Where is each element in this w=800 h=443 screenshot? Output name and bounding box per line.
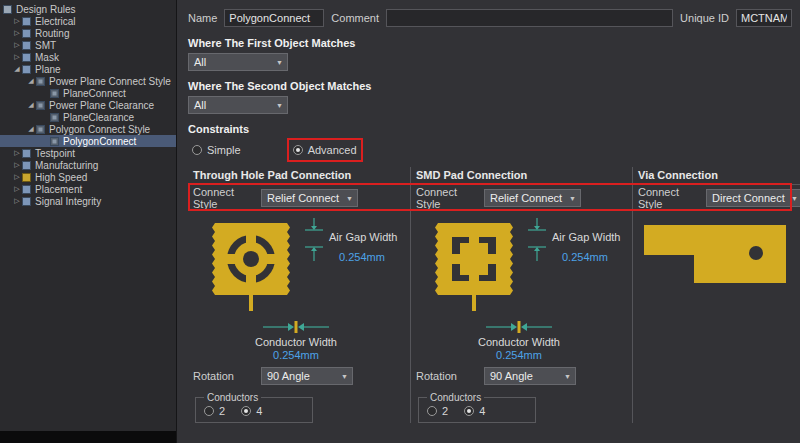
chevron-down-icon: ▼ xyxy=(276,59,283,66)
conductor-width-dimension-arrows xyxy=(484,321,554,333)
tree-item-plane[interactable]: ◢ Plane xyxy=(0,63,176,75)
constraints-mode-row: Simple Advanced xyxy=(192,142,792,158)
tree-item-power-plane-clearance[interactable]: ◢ Power Plane Clearance xyxy=(0,99,176,111)
radio-icon xyxy=(204,406,214,416)
name-input[interactable] xyxy=(224,9,324,27)
unique-id-input[interactable] xyxy=(736,9,792,27)
advanced-radio[interactable]: Advanced xyxy=(293,144,357,156)
expander-icon[interactable]: ▷ xyxy=(12,161,22,169)
rule-icon xyxy=(50,89,59,98)
rules-sidebar: Design Rules ▷ Electrical ▷ Routing ▷ SM… xyxy=(0,0,177,443)
conductors-label: Conductors xyxy=(204,392,261,403)
conductor-width-value: 0.254mm xyxy=(211,349,381,361)
tree-item-signal-integrity[interactable]: ▷ Signal Integrity xyxy=(0,195,176,207)
expander-icon[interactable]: ◢ xyxy=(26,77,36,85)
tree-item-smt[interactable]: ▷ SMT xyxy=(0,39,176,51)
expander-icon[interactable]: ▷ xyxy=(12,53,22,61)
via-section: Via Connection Connect Style Direct Conn… xyxy=(632,167,800,423)
expander-icon[interactable]: ▷ xyxy=(12,197,22,205)
tree-item-testpoint[interactable]: ▷ Testpoint xyxy=(0,147,176,159)
air-gap-width-label: Air Gap Width xyxy=(552,231,620,243)
constraints-sections: Through Hole Pad Connection Connect Styl… xyxy=(188,167,792,423)
expander-icon[interactable]: ▷ xyxy=(12,149,22,157)
tree-item-manufacturing[interactable]: ▷ Manufacturing xyxy=(0,159,176,171)
placement-icon xyxy=(22,185,31,194)
through-hole-rotation-dropdown[interactable]: 90 Angle ▼ xyxy=(261,367,353,385)
section-title: Via Connection xyxy=(638,167,800,185)
rule-editor-panel: Name Comment Unique ID Where The First O… xyxy=(178,0,800,443)
conductors-2-radio[interactable]: 2 xyxy=(204,405,225,417)
chevron-down-icon: ▼ xyxy=(341,373,348,380)
tree-item-electrical[interactable]: ▷ Electrical xyxy=(0,15,176,27)
conductor-width-value: 0.254mm xyxy=(434,349,604,361)
through-hole-conductors-group: Conductors 2 4 xyxy=(195,392,313,423)
first-object-matches-label: Where The First Object Matches xyxy=(188,37,792,49)
second-match-dropdown[interactable]: All ▼ xyxy=(188,96,288,114)
sidebar-footer xyxy=(0,431,176,443)
simple-radio[interactable]: Simple xyxy=(192,144,241,156)
rotation-label: Rotation xyxy=(416,370,484,382)
conductor-width-label: Conductor Width xyxy=(434,336,604,348)
conductors-4-radio[interactable]: 4 xyxy=(241,405,262,417)
conductors-2-radio[interactable]: 2 xyxy=(427,405,448,417)
first-match-dropdown[interactable]: All ▼ xyxy=(188,53,288,71)
tree-item-placement[interactable]: ▷ Placement xyxy=(0,183,176,195)
expander-icon[interactable]: ▷ xyxy=(12,41,22,49)
through-hole-connect-style-dropdown[interactable]: Relief Connect ▼ xyxy=(261,189,358,207)
connect-style-label: Connect Style xyxy=(416,186,484,210)
chevron-down-icon: ▼ xyxy=(276,102,283,109)
tree-item-planeclearance[interactable]: PlaneClearance xyxy=(0,111,176,123)
air-gap-dimension-arrows xyxy=(526,217,548,263)
constraints-label: Constraints xyxy=(188,123,792,135)
rule-type-icon xyxy=(36,77,45,86)
plane-icon xyxy=(22,65,31,74)
expander-icon[interactable]: ◢ xyxy=(26,101,36,109)
smd-rotation-dropdown[interactable]: 90 Angle ▼ xyxy=(484,367,576,385)
design-rules-tree: Design Rules ▷ Electrical ▷ Routing ▷ SM… xyxy=(0,0,176,207)
smd-section: SMD Pad Connection Connect Style Relief … xyxy=(410,167,632,423)
air-gap-dimension-arrows xyxy=(303,217,325,263)
tree-item-planeconnect[interactable]: PlaneConnect xyxy=(0,87,176,99)
tree-item-design-rules[interactable]: Design Rules xyxy=(0,3,176,15)
conductor-width-block: Conductor Width 0.254mm xyxy=(434,321,604,361)
conductors-label: Conductors xyxy=(427,392,484,403)
conductor-width-label: Conductor Width xyxy=(211,336,381,348)
tree-item-polygonconnect-selected[interactable]: PolygonConnect xyxy=(0,135,176,147)
tree-item-power-plane-connect-style[interactable]: ◢ Power Plane Connect Style xyxy=(0,75,176,87)
tree-item-routing[interactable]: ▷ Routing xyxy=(0,27,176,39)
rule-type-icon xyxy=(36,125,45,134)
expander-icon[interactable]: ◢ xyxy=(26,125,36,133)
smd-conductors-group: Conductors 2 4 xyxy=(418,392,536,423)
comment-label: Comment xyxy=(331,12,379,24)
expander-icon[interactable]: ◢ xyxy=(12,65,22,73)
signal-integrity-icon xyxy=(22,197,31,206)
expander-icon[interactable]: ▷ xyxy=(12,29,22,37)
section-title: Through Hole Pad Connection xyxy=(193,167,404,185)
air-gap-width-value: 0.254mm xyxy=(562,251,608,263)
tree-item-high-speed[interactable]: ▷ High Speed xyxy=(0,171,176,183)
radio-icon xyxy=(241,406,251,416)
air-gap-width-value: 0.254mm xyxy=(339,251,385,263)
design-rules-icon xyxy=(3,5,12,14)
section-title: SMD Pad Connection xyxy=(416,167,626,185)
tree-item-polygon-connect-style[interactable]: ◢ Polygon Connect Style xyxy=(0,123,176,135)
conductors-4-radio[interactable]: 4 xyxy=(464,405,485,417)
rule-icon xyxy=(50,113,59,122)
through-hole-section: Through Hole Pad Connection Connect Styl… xyxy=(188,167,410,423)
second-object-matches-label: Where The Second Object Matches xyxy=(188,80,792,92)
smd-connect-style-dropdown[interactable]: Relief Connect ▼ xyxy=(484,189,581,207)
via-connect-style-dropdown[interactable]: Direct Connect ▼ xyxy=(706,189,800,207)
tree-item-mask[interactable]: ▷ Mask xyxy=(0,51,176,63)
conductor-width-dimension-arrows xyxy=(261,321,331,333)
relief-pad-graphic xyxy=(205,215,297,313)
expander-icon[interactable]: ▷ xyxy=(12,173,22,181)
routing-icon xyxy=(22,29,31,38)
conductor-width-block: Conductor Width 0.254mm xyxy=(211,321,381,361)
manufacturing-icon xyxy=(22,161,31,170)
comment-input[interactable] xyxy=(386,9,673,27)
expander-icon[interactable]: ▷ xyxy=(12,17,22,25)
rule-icon xyxy=(50,137,59,146)
air-gap-width-label: Air Gap Width xyxy=(329,231,397,243)
via-direct-connect-graphic xyxy=(640,221,790,287)
expander-icon[interactable]: ▷ xyxy=(12,185,22,193)
